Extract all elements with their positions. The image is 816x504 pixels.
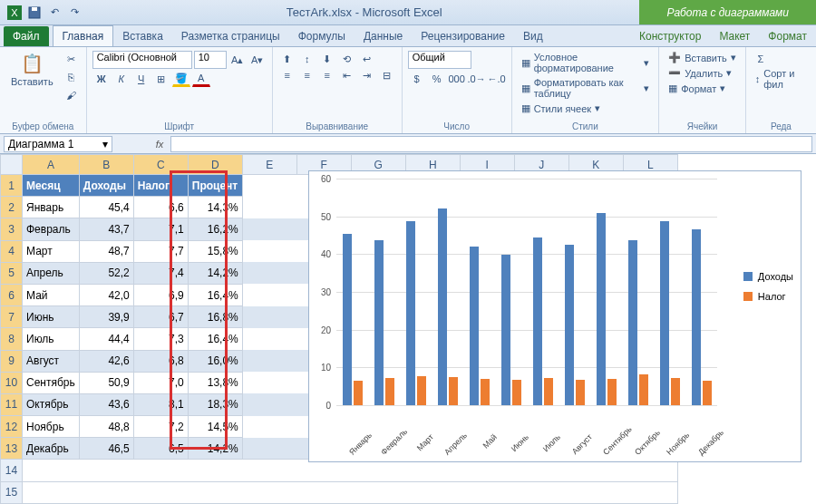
cell[interactable]: Апрель (23, 262, 80, 284)
cell[interactable]: 16,8% (188, 306, 242, 328)
format-cells-button[interactable]: ▦Формат ▾ (665, 82, 740, 95)
increase-font-button[interactable]: A▴ (228, 52, 247, 68)
border-button[interactable]: ⊞ (152, 71, 170, 87)
cell[interactable]: Октябрь (23, 393, 80, 415)
save-icon[interactable] (27, 5, 42, 20)
cell[interactable]: 16,2% (188, 218, 242, 240)
cell[interactable]: 44,4 (79, 328, 133, 350)
font-size-select[interactable]: 10 (194, 51, 227, 69)
align-top-button[interactable]: ⬆ (278, 51, 296, 67)
paste-button[interactable]: 📋 Вставить (5, 51, 59, 103)
col-header[interactable]: C (133, 155, 188, 175)
italic-button[interactable]: К (112, 71, 131, 87)
cell[interactable]: 43,6 (79, 393, 133, 415)
wrap-text-button[interactable]: ↩ (358, 51, 376, 67)
cell[interactable]: 7,3 (133, 328, 188, 350)
decrease-font-button[interactable]: A▾ (248, 52, 267, 68)
cell[interactable]: 7,0 (133, 372, 188, 393)
row-header[interactable]: 7 (1, 306, 23, 328)
select-all-corner[interactable] (1, 155, 23, 175)
col-header[interactable]: D (188, 155, 242, 175)
insert-cells-button[interactable]: ➕Вставить ▾ (665, 51, 740, 64)
row-header[interactable]: 14 (1, 460, 23, 481)
cell[interactable]: 52,2 (79, 262, 133, 284)
row-header[interactable]: 11 (1, 393, 23, 415)
undo-icon[interactable]: ↶ (47, 5, 62, 20)
cell[interactable]: 14,2% (188, 438, 242, 460)
cell[interactable]: 6,8 (133, 350, 188, 372)
cell[interactable]: Май (23, 284, 80, 305)
cell[interactable]: 6,9 (133, 284, 188, 305)
cell[interactable]: 7,1 (133, 218, 188, 240)
cell[interactable]: Август (23, 350, 80, 372)
format-as-table-button[interactable]: ▦Форматировать как таблицу ▾ (518, 76, 654, 100)
cell-styles-button[interactable]: ▦Стили ячеек ▾ (518, 102, 654, 115)
merge-button[interactable]: ⊟ (378, 67, 396, 83)
row-header[interactable]: 9 (1, 350, 23, 372)
name-box[interactable]: Диаграмма 1▾ (4, 136, 112, 152)
comma-button[interactable]: 000 (448, 71, 466, 87)
cell[interactable] (23, 460, 678, 481)
align-left-button[interactable]: ≡ (278, 67, 296, 83)
cell[interactable]: 50,9 (79, 372, 133, 393)
cell[interactable]: 45,4 (79, 197, 133, 218)
tab-page-layout[interactable]: Разметка страницы (172, 26, 289, 46)
tab-chart-design[interactable]: Конструктор (630, 26, 710, 46)
cell[interactable]: Сентябрь (23, 372, 80, 393)
tab-review[interactable]: Рецензирование (412, 26, 514, 46)
cell[interactable]: Процент (188, 175, 242, 197)
redo-icon[interactable]: ↷ (67, 5, 82, 20)
cell[interactable]: 18,3% (188, 393, 242, 415)
row-header[interactable]: 3 (1, 218, 23, 240)
cell[interactable]: Месяц (23, 175, 80, 197)
percent-button[interactable]: % (428, 71, 446, 87)
cell[interactable]: 6,6 (133, 197, 188, 218)
cell[interactable]: Март (23, 240, 80, 262)
decrease-decimal-button[interactable]: ←.0 (488, 71, 506, 87)
formula-input[interactable] (170, 136, 812, 152)
cell[interactable]: 14,2% (188, 262, 242, 284)
tab-chart-format[interactable]: Формат (759, 26, 816, 46)
cell[interactable]: Февраль (23, 218, 80, 240)
cell[interactable]: 48,8 (79, 416, 133, 438)
cell[interactable]: Июль (23, 328, 80, 350)
row-header[interactable]: 10 (1, 372, 23, 393)
cell[interactable]: 7,4 (133, 262, 188, 284)
cell[interactable]: 39,9 (79, 306, 133, 328)
cell[interactable]: Декабрь (23, 438, 80, 460)
conditional-formatting-button[interactable]: ▦Условное форматирование ▾ (518, 51, 654, 74)
cell[interactable]: 8,1 (133, 393, 188, 415)
cell[interactable]: 48,7 (79, 240, 133, 262)
cell[interactable] (23, 481, 678, 503)
cell[interactable]: 16,0% (188, 350, 242, 372)
fill-color-button[interactable]: 🪣 (172, 71, 190, 87)
sort-filter-button[interactable]: ↕Сорт и фил (752, 67, 811, 91)
orientation-button[interactable]: ⟲ (338, 51, 356, 67)
cell[interactable]: 16,4% (188, 284, 242, 305)
row-header[interactable]: 13 (1, 438, 23, 460)
cell[interactable]: Налог (133, 175, 188, 197)
tab-view[interactable]: Вид (514, 26, 552, 46)
cell[interactable]: 15,8% (188, 240, 242, 262)
font-name-select[interactable]: Calibri (Основной (92, 51, 192, 69)
cell[interactable]: 14,3% (188, 197, 242, 218)
cell[interactable]: 6,7 (133, 306, 188, 328)
font-color-button[interactable]: A (192, 71, 210, 87)
cell[interactable]: 13,8% (188, 372, 242, 393)
align-middle-button[interactable]: ↕ (298, 51, 316, 67)
tab-home[interactable]: Главная (53, 25, 114, 46)
align-bottom-button[interactable]: ⬇ (318, 51, 336, 67)
cell[interactable]: 42,0 (79, 284, 133, 305)
fx-label[interactable]: fx (149, 139, 170, 150)
cell[interactable]: 7,7 (133, 240, 188, 262)
delete-cells-button[interactable]: ➖Удалить ▾ (665, 66, 740, 80)
cell[interactable]: 42,6 (79, 350, 133, 372)
align-right-button[interactable]: ≡ (318, 67, 336, 83)
tab-insert[interactable]: Вставка (113, 26, 172, 46)
copy-button[interactable]: ⎘ (63, 69, 81, 85)
cell[interactable]: 14,5% (188, 416, 242, 438)
row-header[interactable]: 4 (1, 240, 23, 262)
row-header[interactable]: 1 (1, 175, 23, 197)
cell[interactable]: Июнь (23, 306, 80, 328)
decrease-indent-button[interactable]: ⇤ (338, 67, 356, 83)
